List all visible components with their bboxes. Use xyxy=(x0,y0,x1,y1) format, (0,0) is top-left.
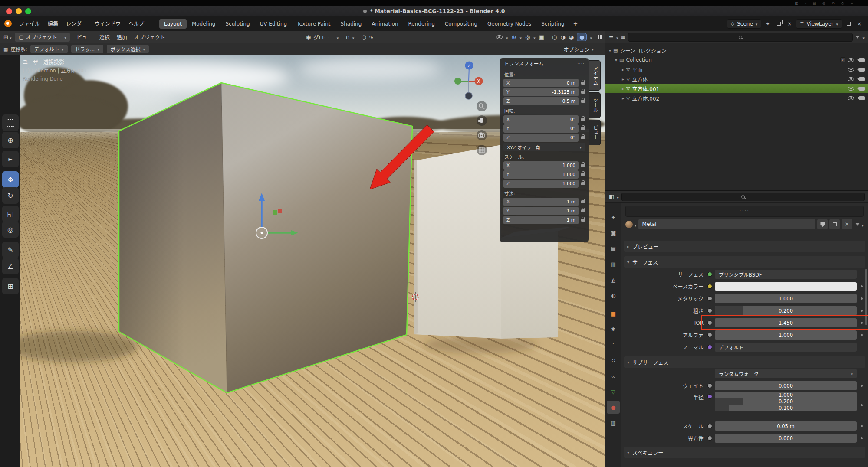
panel-grip-icon[interactable]: ···· xyxy=(577,61,585,66)
visibility-eye-icon[interactable] xyxy=(496,35,503,39)
radius-x-slider[interactable]: 1.000 xyxy=(715,392,857,398)
tab-view[interactable]: ビュー xyxy=(589,120,601,145)
specular-section-header[interactable]: スペキュラー xyxy=(624,447,865,458)
animate-dot[interactable] xyxy=(861,310,863,312)
outliner-row-cube-001-selected[interactable]: ▽ 立方体.001 xyxy=(605,84,868,93)
scrollbar[interactable] xyxy=(865,269,867,325)
chevron-down-icon[interactable] xyxy=(337,33,339,41)
menu-window[interactable]: ウィンドウ xyxy=(91,19,125,29)
lock-icon[interactable] xyxy=(581,127,585,130)
tool-measure[interactable] xyxy=(2,258,19,274)
anisotropy-slider[interactable]: 0.000 xyxy=(715,434,857,443)
metallic-slider[interactable]: 1.000 xyxy=(715,294,857,303)
chevron-down-icon[interactable] xyxy=(862,33,865,41)
expand-icon[interactable] xyxy=(622,95,624,101)
surface-shader-field[interactable]: プリンシプルBSDF xyxy=(715,270,857,279)
chevron-down-icon[interactable] xyxy=(590,33,592,41)
camera-view-button[interactable] xyxy=(477,130,487,140)
tab-modifier-properties[interactable]: ✱ xyxy=(607,323,620,336)
tool-tweak[interactable] xyxy=(2,151,19,167)
pin-scene-button[interactable]: ✦ xyxy=(763,19,772,29)
workspace-tab-compositing[interactable]: Compositing xyxy=(440,19,482,29)
scene-collection-label[interactable]: シーンコレクション xyxy=(620,47,865,54)
weight-slider[interactable]: 0.000 xyxy=(715,381,857,390)
vector-socket-icon[interactable] xyxy=(708,345,712,349)
outliner-row-plane[interactable]: ▽ 平面 xyxy=(605,65,868,74)
workspace-tab-scripting[interactable]: Scripting xyxy=(536,19,569,29)
chevron-down-icon[interactable] xyxy=(617,193,619,201)
chevron-down-icon[interactable] xyxy=(533,33,536,41)
material-preview-icon[interactable] xyxy=(625,221,633,228)
value-socket-icon[interactable] xyxy=(708,333,712,337)
scene-selector[interactable]: ◇ Scene xyxy=(727,19,762,29)
tab-tool-properties[interactable]: ✦ xyxy=(607,211,620,224)
menu-bar-status-icons[interactable]: ◧ ⌁ ▤ ◍ ⊙ ◔ ≡ xyxy=(795,1,856,5)
snap-magnet-icon[interactable]: ∩ xyxy=(345,34,350,40)
lock-icon[interactable] xyxy=(581,100,585,103)
animate-dot[interactable] xyxy=(861,297,863,300)
tab-texture-properties[interactable]: ▦ xyxy=(607,416,620,429)
lock-icon[interactable] xyxy=(581,118,585,121)
falloff-icon[interactable]: ∿ xyxy=(369,34,374,40)
unlink-material-button[interactable]: × xyxy=(842,219,852,229)
render-camera-icon[interactable] xyxy=(859,77,865,81)
expand-icon[interactable] xyxy=(622,76,624,82)
shader-socket-icon[interactable] xyxy=(708,272,712,276)
pause-render-button[interactable] xyxy=(598,35,602,39)
scale-x-field[interactable]: X1.000 xyxy=(503,161,585,170)
hide-eye-icon[interactable] xyxy=(848,87,854,91)
animate-dot[interactable] xyxy=(861,404,863,406)
workspace-tab-shading[interactable]: Shading xyxy=(336,19,367,29)
outliner-search-input[interactable] xyxy=(628,33,853,42)
scale-z-field[interactable]: Z1.000 xyxy=(503,179,585,188)
transform-panel[interactable]: トランスフォーム ···· 位置: X0 m Y-1.3125 m Z0.5 m… xyxy=(500,58,589,242)
shading-material-icon[interactable]: ◕ xyxy=(569,34,574,40)
base-color-swatch[interactable] xyxy=(715,282,857,291)
tab-constraint-properties[interactable]: ∞ xyxy=(607,369,620,382)
preset-dropdown[interactable]: デフォルト xyxy=(30,45,68,53)
outliner-row-collection[interactable]: ▤ Collection xyxy=(605,55,868,65)
proportional-editing-icon[interactable]: ○ xyxy=(361,34,366,40)
workspace-tab-layout[interactable]: Layout xyxy=(159,19,187,29)
expand-icon[interactable] xyxy=(609,47,611,53)
preview-section-header[interactable]: プレビュー xyxy=(624,241,865,252)
blender-logo-icon[interactable] xyxy=(4,20,12,27)
rotation-y-field[interactable]: Y0° xyxy=(503,124,585,133)
dimensions-z-field[interactable]: Z1 m xyxy=(503,216,585,224)
xray-icon[interactable]: ▣ xyxy=(539,34,544,40)
tab-material-properties[interactable]: ● xyxy=(607,401,620,414)
new-material-button[interactable] xyxy=(829,219,840,229)
expand-icon[interactable] xyxy=(615,57,617,63)
lock-icon[interactable] xyxy=(581,164,585,167)
properties-search-input[interactable] xyxy=(621,193,865,201)
shading-rendered-icon[interactable]: ● xyxy=(577,33,586,41)
grid-ortho-button[interactable] xyxy=(477,145,487,155)
material-slots-list[interactable]: ···· xyxy=(625,206,864,217)
value-socket-icon[interactable] xyxy=(708,384,712,388)
plane-handle-red[interactable] xyxy=(278,209,282,213)
outliner-row-scene-collection[interactable]: ▤ シーンコレクション xyxy=(605,46,868,55)
ior-slider[interactable]: 1.450 xyxy=(715,318,857,327)
animate-dot[interactable] xyxy=(861,385,863,387)
object-name[interactable]: 平面 xyxy=(632,66,846,73)
zoom-button[interactable] xyxy=(477,101,487,111)
chevron-down-icon[interactable] xyxy=(519,33,522,41)
workspace-tab-modeling[interactable]: Modeling xyxy=(187,19,220,29)
workspace-tab-geometry-nodes[interactable]: Geometry Nodes xyxy=(483,19,536,29)
properties-editor-icon[interactable]: ◧ xyxy=(609,193,614,200)
render-camera-icon[interactable] xyxy=(859,58,865,62)
rotation-mode-dropdown[interactable]: XYZ オイラー角 xyxy=(503,143,585,151)
hide-eye-icon[interactable] xyxy=(848,96,854,100)
options-dropdown[interactable]: オプション xyxy=(563,46,602,53)
tab-render-properties[interactable]: ◙ xyxy=(607,226,620,239)
object-name[interactable]: 立方体 xyxy=(632,75,846,83)
lock-icon[interactable] xyxy=(581,182,585,185)
rotation-x-field[interactable]: X0° xyxy=(503,115,585,124)
tab-object-data-properties[interactable]: ▽ xyxy=(607,385,620,398)
chevron-down-icon[interactable] xyxy=(616,33,618,41)
material-name-field[interactable]: Metal xyxy=(638,219,816,229)
scale-y-field[interactable]: Y1.000 xyxy=(503,170,585,179)
drag-dropdown[interactable]: ドラッ... xyxy=(71,45,103,53)
render-camera-icon[interactable] xyxy=(859,96,865,100)
menu-help[interactable]: ヘルプ xyxy=(125,19,148,29)
